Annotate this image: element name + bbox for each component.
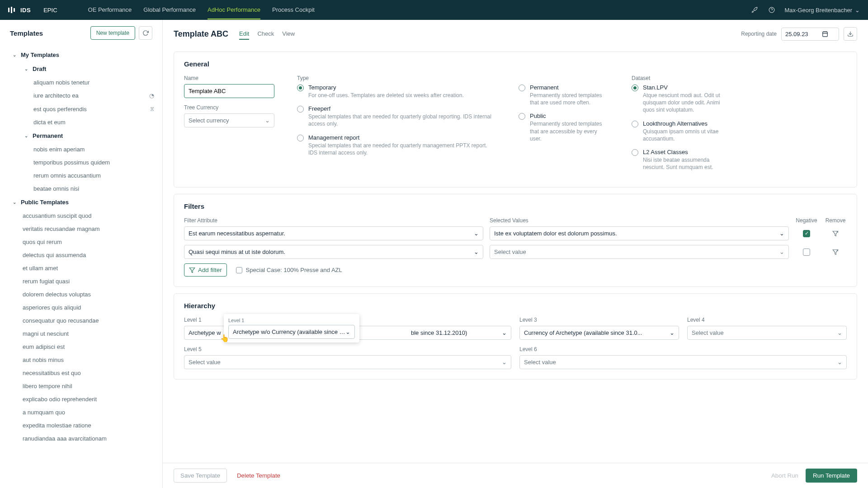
currency-select[interactable]: Select currency ⌄ xyxy=(184,113,274,127)
tab-check[interactable]: Check xyxy=(257,28,274,40)
user-menu[interactable]: Max-Georg Breitenbacher ⌄ xyxy=(784,7,860,14)
tree-sub-permanent[interactable]: ⌄Permanent xyxy=(5,129,158,143)
content-tabs: Edit Check View xyxy=(239,28,295,40)
add-filter-label: Add filter xyxy=(198,267,222,273)
remove-filter-button[interactable] xyxy=(824,249,847,255)
tree-item[interactable]: beatae omnis nisi xyxy=(5,182,158,195)
level-5-select[interactable]: Select value⌄ xyxy=(184,355,511,369)
sidebar: Templates New template ⌄My Templates ⌄Dr… xyxy=(0,20,163,488)
run-template-button[interactable]: Run Template xyxy=(806,469,857,483)
col-filter-attribute: Filter Attribute xyxy=(184,217,483,224)
negative-checkbox[interactable]: ✓ xyxy=(803,230,810,237)
product-name: EPIC xyxy=(43,7,57,14)
radio-label: Temporary xyxy=(308,84,464,91)
filter-attr-select[interactable]: Est earum necessitatibus aspernatur.⌄ xyxy=(184,226,483,240)
user-name: Max-Georg Breitenbacher xyxy=(784,7,852,14)
level-6-select[interactable]: Select value⌄ xyxy=(519,355,847,369)
tree-item[interactable]: nobis enim aperiam xyxy=(5,143,158,156)
chevron-down-icon: ⌄ xyxy=(24,66,29,71)
level-4-select[interactable]: Select value⌄ xyxy=(687,326,847,340)
tree-item[interactable]: dicta et eum xyxy=(5,116,158,129)
radio-label: Public xyxy=(530,113,609,119)
brand-logo-icon xyxy=(8,7,16,13)
tree-group-public-templates[interactable]: ⌄Public Templates xyxy=(5,195,158,209)
rocket-icon[interactable] xyxy=(750,5,759,14)
tree-item[interactable]: quos qui rerum xyxy=(5,235,158,249)
filter-vals-select[interactable]: Iste ex voluptatem dolor est dolorum pos… xyxy=(490,226,789,240)
level-3-select[interactable]: Currency of Archetype (available since 3… xyxy=(519,326,679,340)
tree-item[interactable]: accusantium suscipit quod xyxy=(5,209,158,222)
tree-item[interactable]: rerum omnis accusantium xyxy=(5,169,158,182)
tree-item[interactable]: consequatur quo recusandae xyxy=(5,314,158,327)
add-filter-button[interactable]: Add filter xyxy=(184,263,227,277)
tree-item[interactable]: aut nobis minus xyxy=(5,353,158,366)
filter-vals-select[interactable]: Select value⌄ xyxy=(490,245,789,259)
tree-item[interactable]: delectus qui assumenda xyxy=(5,249,158,262)
radio-management-report[interactable] xyxy=(297,135,304,141)
refresh-button[interactable] xyxy=(139,26,152,40)
reporting-date-input[interactable]: 25.09.23 xyxy=(781,28,839,41)
tree-item[interactable]: eum adipisci est xyxy=(5,340,158,353)
tree-item[interactable]: explicabo odio reprehenderit xyxy=(5,393,158,406)
radio-lookthrough[interactable] xyxy=(632,121,638,127)
tree-item[interactable]: rerum fugiat quasi xyxy=(5,275,158,288)
special-case-checkbox[interactable]: Special Case: 100% Presse and AZL xyxy=(236,267,342,273)
delete-template-button[interactable]: Delete Template xyxy=(233,469,284,482)
hierarchy-heading: Hierarchy xyxy=(184,302,847,310)
name-label: Name xyxy=(184,75,274,81)
new-template-button[interactable]: New template xyxy=(90,26,135,40)
radio-desc: Special templates that are needed for qu… xyxy=(308,142,496,156)
download-button[interactable] xyxy=(844,27,857,41)
radio-desc: Quisquam ipsam omnis ut vitae accusantiu… xyxy=(643,128,722,142)
chevron-down-icon: ⌄ xyxy=(837,359,842,366)
nav-adhoc-performance[interactable]: AdHoc Performance xyxy=(208,1,260,19)
tree-item[interactable]: est quos perferendis⧖ xyxy=(5,102,158,116)
remove-filter-button[interactable] xyxy=(824,230,847,237)
radio-l2-asset[interactable] xyxy=(632,149,638,156)
abort-run-button[interactable]: Abort Run xyxy=(771,472,798,479)
tree-item[interactable]: et ullam amet xyxy=(5,262,158,275)
filter-attr-select[interactable]: Quasi sequi minus at ut iste dolorum.⌄ xyxy=(184,245,483,259)
radio-permanent[interactable] xyxy=(519,84,525,91)
tree-item[interactable]: dolorem delectus voluptas xyxy=(5,288,158,301)
tab-view[interactable]: View xyxy=(282,28,295,40)
save-template-button[interactable]: Save Template xyxy=(174,469,227,483)
radio-stan-lpv[interactable] xyxy=(632,84,638,91)
radio-freeperf[interactable] xyxy=(297,106,304,113)
topbar: IDS EPIC OE Performance Global Performan… xyxy=(0,0,868,20)
chevron-down-icon: ⌄ xyxy=(345,328,350,335)
dataset-label: Dataset xyxy=(632,75,722,81)
tree-item[interactable]: veritatis recusandae magnam xyxy=(5,222,158,235)
tree-item[interactable]: necessitatibus est quo xyxy=(5,366,158,380)
tooltip-select[interactable]: Archetype w/o Currency (available since … xyxy=(228,325,355,339)
radio-public[interactable] xyxy=(519,113,525,120)
tree-item[interactable]: libero tempore nihil xyxy=(5,380,158,393)
col-negative: Negative xyxy=(795,217,818,224)
col-remove: Remove xyxy=(824,217,847,224)
tree-item[interactable]: asperiores quis aliquid xyxy=(5,301,158,314)
nav-global-performance[interactable]: Global Performance xyxy=(143,1,196,19)
help-icon[interactable] xyxy=(767,5,776,14)
svg-marker-11 xyxy=(189,268,195,273)
tree-item[interactable]: temporibus possimus quidem xyxy=(5,156,158,169)
hourglass-status-icon: ⧖ xyxy=(150,105,154,113)
tab-edit[interactable]: Edit xyxy=(239,28,249,40)
chevron-down-icon: ⌄ xyxy=(502,359,507,366)
tree-item[interactable]: magni ut nesciunt xyxy=(5,327,158,340)
level-2-select[interactable]: ble since 31.12.2010)⌄ xyxy=(352,326,511,340)
nav-process-cockpit[interactable]: Process Cockpit xyxy=(272,1,315,19)
chevron-down-icon: ⌄ xyxy=(474,249,479,255)
tree-item[interactable]: aliquam nobis tenetur xyxy=(5,76,158,89)
general-panel: General Name Tree Currency Select curren… xyxy=(174,52,857,188)
nav-oe-performance[interactable]: OE Performance xyxy=(88,1,132,19)
tree-item[interactable]: a numquam quo xyxy=(5,406,158,419)
tree-item[interactable]: iure architecto ea◔ xyxy=(5,89,158,102)
tree-sub-draft[interactable]: ⌄Draft xyxy=(5,62,158,76)
tree-item[interactable]: expedita molestiae ratione xyxy=(5,419,158,432)
radio-desc: Nisi iste beatae assumenda nesciunt. Sun… xyxy=(643,156,722,171)
tree-group-my-templates[interactable]: ⌄My Templates xyxy=(5,48,158,62)
radio-temporary[interactable] xyxy=(297,84,304,91)
negative-checkbox[interactable] xyxy=(803,249,810,256)
tree-item[interactable]: ranudiandaa aaa avarcitationam xyxy=(5,432,158,445)
name-input[interactable] xyxy=(184,84,274,98)
